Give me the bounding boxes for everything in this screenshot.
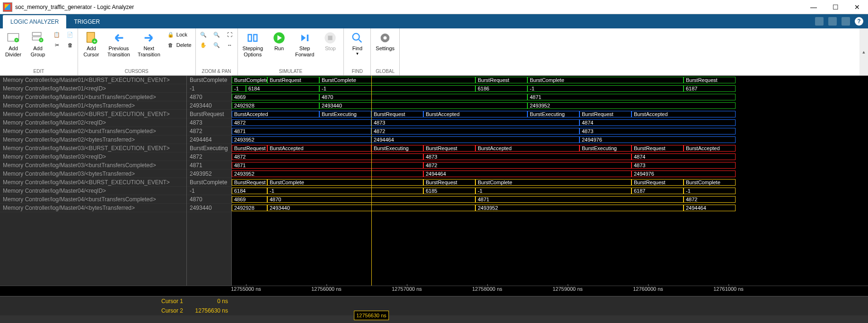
waveform-segment[interactable]: BurstRequest <box>631 179 684 186</box>
waveform-segment[interactable]: BurstComplete <box>319 77 475 83</box>
waveform-segment[interactable]: 4871 <box>232 162 423 169</box>
ribbon-collapse-button[interactable]: ▲ <box>859 28 868 75</box>
waveform-segment[interactable]: -1 <box>319 85 475 92</box>
close-button[interactable]: ✕ <box>846 0 868 14</box>
waveform-segment[interactable]: 4869 <box>232 196 267 203</box>
waveform-segment[interactable]: 2493440 <box>319 102 527 109</box>
waveform-segment[interactable]: 4873 <box>579 128 736 135</box>
waveform-segment[interactable]: BurstAccepted <box>232 111 319 117</box>
tab-logic-analyzer[interactable]: LOGIC ANALYZER <box>3 15 66 28</box>
signal-name[interactable]: Memory Controller/log/Master03/<reqID> <box>0 153 186 161</box>
waveform-segment[interactable]: BurstComplete <box>527 77 684 83</box>
zoom-in-button[interactable]: 🔍 <box>212 30 221 40</box>
signal-name[interactable]: Memory Controller/log/Master01/<BURST_EX… <box>0 76 186 84</box>
waveform-lane[interactable]: BurstRequestBurstCompleteBurstRequestBur… <box>232 178 868 187</box>
help-icon[interactable]: ? <box>855 17 863 26</box>
waveform-segment[interactable]: BurstAccepted <box>631 111 736 117</box>
waveform-segment[interactable]: BurstRequest <box>423 179 475 186</box>
waveform-segment[interactable]: BurstComplete <box>684 179 736 186</box>
waveform-segment[interactable]: BurstAccepted <box>267 145 371 152</box>
waveform-segment[interactable]: BurstAccepted <box>423 111 527 117</box>
waveform-segment[interactable]: 6185 <box>423 188 475 194</box>
waveform-segment[interactable]: 2492928 <box>232 102 319 109</box>
paste-button[interactable]: 📄 <box>65 30 75 40</box>
find-button[interactable]: Find ▼ <box>347 30 368 57</box>
waveform-segment[interactable]: BurstRequest <box>475 77 527 83</box>
waveform-segment[interactable]: BurstRequest <box>684 77 736 83</box>
signal-name[interactable]: Memory Controller/log/Master01/<reqID> <box>0 84 186 93</box>
stepping-options-button[interactable]: Stepping Options <box>241 30 265 59</box>
maximize-button[interactable]: ☐ <box>824 0 846 14</box>
waveform-lane[interactable]: 249395224944642494976 <box>232 170 868 178</box>
zoom-to-cursor-button[interactable]: ↔ <box>225 41 235 50</box>
waveform-segment[interactable]: 6186 <box>475 85 527 92</box>
waveform-lane[interactable]: 487248734874 <box>232 153 868 161</box>
waveform-segment[interactable]: BurstExecuting <box>527 111 579 117</box>
signal-name[interactable]: Memory Controller/log/Master04/<BURST_EX… <box>0 178 186 187</box>
signal-name[interactable]: Memory Controller/log/Master02/<reqID> <box>0 118 186 127</box>
run-button[interactable]: Run <box>269 30 289 53</box>
lock-button[interactable]: 🔒Lock <box>166 30 193 40</box>
waveform-segment[interactable]: 6184 <box>232 188 267 194</box>
waveform-lane[interactable]: BurstRequestBurstAcceptedBurstExecutingB… <box>232 144 868 153</box>
waveform-lane[interactable]: BurstAcceptedBurstExecutingBurstRequestB… <box>232 110 868 118</box>
signal-value-column[interactable]: BurstComplete-148702493440BurstRequest48… <box>187 76 232 286</box>
cursor-marker[interactable]: 12756630 ns <box>354 311 389 320</box>
waveform-lane[interactable]: 487148724873 <box>232 161 868 170</box>
cursor-1-row[interactable]: Cursor 1 0 ns <box>0 296 868 306</box>
signal-name[interactable]: Memory Controller/log/Master04/<bytesTra… <box>0 204 186 212</box>
step-forward-button[interactable]: Step Forward <box>293 30 316 59</box>
fit-to-view-button[interactable]: ⛶ <box>225 30 235 40</box>
waveform-segment[interactable]: 4873 <box>423 153 631 160</box>
waveform-segment[interactable]: 2493952 <box>232 170 423 177</box>
next-transition-button[interactable]: Next Transition <box>136 30 162 59</box>
delete-small-button[interactable]: 🗑 <box>65 41 75 50</box>
signal-name[interactable]: Memory Controller/log/Master04/<burstTra… <box>0 195 186 204</box>
waveform-segment[interactable]: 2494976 <box>579 136 736 143</box>
zoom-out-button[interactable]: 🔍 <box>212 41 221 50</box>
cut-icon[interactable] <box>828 17 837 26</box>
waveform-segment[interactable]: BurstAccepted <box>684 145 736 152</box>
waveform-segment[interactable]: -1 <box>684 188 736 194</box>
waveform-segment[interactable]: BurstRequest <box>579 111 631 117</box>
stop-button[interactable]: Stop <box>320 30 341 53</box>
waveform-lane[interactable]: 249292824934402493952 <box>232 101 868 110</box>
waveform-segment[interactable]: BurstExecuting <box>371 145 423 152</box>
waveform-segment[interactable]: BurstRequest <box>631 145 684 152</box>
waveform-segment[interactable]: 6184 <box>246 85 319 92</box>
signal-name[interactable]: Memory Controller/log/Master03/<burstTra… <box>0 161 186 170</box>
waveform-segment[interactable]: 2494976 <box>631 170 736 177</box>
waveform-lane[interactable]: 487248734874 <box>232 118 868 127</box>
waveform-lane[interactable]: 486948704871 <box>232 93 868 101</box>
waveform-segment[interactable]: 4873 <box>631 162 736 169</box>
waveform-canvas[interactable]: BurstCompleteBurstRequestBurstCompleteBu… <box>232 76 868 286</box>
previous-transition-button[interactable]: Previous Transition <box>105 30 132 59</box>
waveform-lane[interactable]: -16184-16186-16187 <box>232 84 868 93</box>
waveform-segment[interactable]: 6187 <box>684 85 736 92</box>
waveform-lane[interactable]: 249395224944642494976 <box>232 135 868 144</box>
waveform-segment[interactable]: 4872 <box>232 119 371 126</box>
cursor-line[interactable] <box>371 76 372 286</box>
waveform-segment[interactable]: BurstRequest <box>232 145 267 152</box>
waveform-segment[interactable]: 4871 <box>475 196 684 203</box>
waveform-lane[interactable]: 4869487048714872 <box>232 195 868 204</box>
waveform-segment[interactable]: BurstExecuting <box>579 145 631 152</box>
waveform-segment[interactable]: 2493952 <box>475 205 684 211</box>
signal-name[interactable]: Memory Controller/log/Master02/<bytesTra… <box>0 135 186 144</box>
waveform-segment[interactable]: 4872 <box>232 153 423 160</box>
waveform-lane[interactable]: 2492928249344024939522494464 <box>232 204 868 212</box>
waveform-segment[interactable]: 4872 <box>684 196 736 203</box>
tab-trigger[interactable]: TRIGGER <box>66 15 107 28</box>
add-group-button[interactable]: + Add Group <box>27 30 48 59</box>
copy-button[interactable]: 📋 <box>52 30 61 40</box>
waveform-segment[interactable]: 4872 <box>371 128 579 135</box>
waveform-segment[interactable]: 6187 <box>631 188 684 194</box>
copy-icon[interactable] <box>815 17 824 26</box>
waveform-segment[interactable]: BurstRequest <box>267 77 319 83</box>
waveform-segment[interactable]: BurstComplete <box>267 179 423 186</box>
waveform-segment[interactable]: -1 <box>475 188 631 194</box>
signal-name[interactable]: Memory Controller/log/Master02/<burstTra… <box>0 127 186 135</box>
waveform-segment[interactable]: 4874 <box>631 153 736 160</box>
waveform-lane[interactable]: 6184-16185-16187-1 <box>232 187 868 195</box>
waveform-segment[interactable]: BurstRequest <box>423 145 475 152</box>
